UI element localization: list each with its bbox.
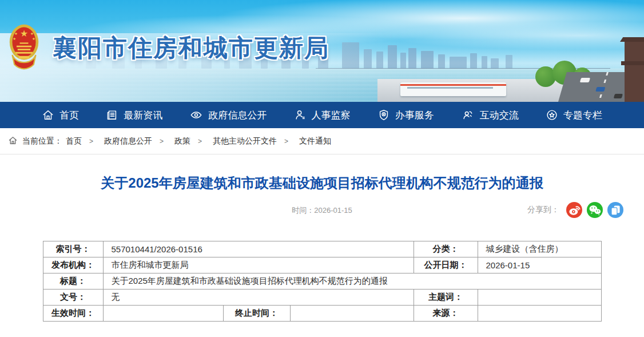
index-no-value: 557010441/2026-01516 bbox=[103, 241, 414, 257]
main-nav: 首页 最新资讯 政府信息公开 人事监察 办事服务 互动交流 专题专栏 bbox=[0, 102, 644, 128]
page-title: 关于2025年房屋建筑和市政基础设施项目招标代理机构不规范行为的通报 bbox=[34, 173, 610, 193]
svg-text:★: ★ bbox=[13, 37, 16, 41]
keywords-label: 主题词： bbox=[414, 290, 478, 306]
breadcrumb-prefix: 当前位置： bbox=[22, 136, 62, 146]
banner-building bbox=[438, 54, 445, 69]
article-meta-row: 时间：2026-01-15 分享到： bbox=[0, 202, 644, 219]
banner-building bbox=[450, 57, 467, 69]
effective-date-label: 生效时间： bbox=[43, 306, 103, 322]
source-label: 来源： bbox=[414, 306, 478, 322]
nav-item-interaction[interactable]: 互动交流 bbox=[461, 109, 519, 122]
table-row: 文号： 无 主题词： bbox=[43, 290, 601, 306]
keywords-value bbox=[478, 290, 601, 306]
banner-boat bbox=[400, 82, 506, 96]
publish-date-label: 公开日期： bbox=[414, 257, 478, 273]
breadcrumb: 当前位置： 首页 > 政府信息公开 > 政策 > 其他主动公开文件 > 文件通知 bbox=[0, 128, 644, 154]
breadcrumb-item-doc-notice[interactable]: 文件通知 bbox=[299, 136, 331, 146]
header-banner: ★ ★ ★ ★ ★ 襄阳市住房和城市更新局 bbox=[0, 0, 644, 102]
end-date-value bbox=[290, 306, 414, 322]
banner-building bbox=[400, 53, 406, 69]
banner-building bbox=[408, 48, 416, 69]
banner-building bbox=[506, 55, 512, 69]
nav-item-label: 最新资讯 bbox=[124, 109, 162, 122]
nav-item-label: 政府信息公开 bbox=[208, 109, 267, 122]
home-icon bbox=[8, 136, 18, 147]
table-row: 标题： 关于2025年房屋建筑和市政基础设施项目招标代理机构不规范行为的通报 bbox=[43, 273, 601, 290]
source-value bbox=[478, 306, 601, 322]
home-icon bbox=[42, 109, 54, 121]
nav-item-home[interactable]: 首页 bbox=[42, 109, 79, 122]
nav-item-label: 专题专栏 bbox=[563, 109, 602, 122]
chat-people-icon bbox=[461, 109, 475, 121]
china-national-emblem-icon: ★ ★ ★ ★ ★ bbox=[8, 23, 40, 71]
end-date-label: 终止时间： bbox=[223, 306, 290, 322]
svg-text:★: ★ bbox=[20, 29, 28, 38]
nav-item-label: 人事监察 bbox=[312, 109, 351, 122]
wechat-share-icon[interactable] bbox=[587, 202, 603, 218]
breadcrumb-item-policy[interactable]: 政策 bbox=[174, 136, 190, 146]
nav-item-label: 办事服务 bbox=[395, 109, 434, 122]
share-bar: 分享到： bbox=[527, 202, 623, 218]
publish-date-value: 2026-01-15 bbox=[478, 257, 601, 273]
breadcrumb-separator: > bbox=[284, 137, 288, 145]
breadcrumb-separator: > bbox=[160, 137, 164, 145]
doc-no-value: 无 bbox=[103, 290, 414, 306]
weibo-share-icon[interactable] bbox=[566, 202, 582, 218]
category-label: 分类： bbox=[414, 241, 478, 257]
banner-ancient-gate-tower bbox=[625, 42, 644, 102]
star-circle-icon bbox=[546, 109, 558, 121]
table-row: 发布机构： 市住房和城市更新局 公开日期： 2026-01-15 bbox=[43, 257, 601, 273]
index-no-label: 索引号： bbox=[43, 241, 103, 257]
banner-building bbox=[421, 51, 434, 69]
banner-building bbox=[470, 53, 477, 69]
nav-item-gov-info[interactable]: 政府信息公开 bbox=[189, 109, 267, 122]
banner-building bbox=[482, 56, 487, 69]
banner-car bbox=[595, 87, 605, 92]
publisher-label: 发布机构： bbox=[43, 257, 103, 273]
breadcrumb-separator: > bbox=[89, 137, 93, 145]
nav-item-news[interactable]: 最新资讯 bbox=[106, 109, 162, 122]
breadcrumb-item-gov-info[interactable]: 政府信息公开 bbox=[104, 136, 152, 146]
person-icon bbox=[294, 109, 307, 121]
nav-item-label: 互动交流 bbox=[480, 109, 519, 122]
copy-share-icon[interactable] bbox=[607, 202, 623, 218]
category-value: 城乡建设（含住房） bbox=[478, 241, 601, 257]
doc-no-label: 文号： bbox=[43, 290, 103, 306]
breadcrumb-item-other-open-docs[interactable]: 其他主动公开文件 bbox=[213, 136, 277, 146]
table-row: 生效时间： 终止时间： 来源： bbox=[43, 306, 601, 322]
banner-car bbox=[580, 78, 590, 82]
nav-item-label: 首页 bbox=[59, 109, 79, 122]
site-title: 襄阳市住房和城市更新局 bbox=[53, 32, 329, 64]
news-icon bbox=[106, 109, 118, 121]
publisher-value: 市住房和城市更新局 bbox=[103, 257, 414, 273]
share-label: 分享到： bbox=[527, 205, 559, 215]
doc-title-label: 标题： bbox=[43, 273, 103, 290]
eye-icon bbox=[189, 109, 203, 121]
document-meta-table: 索引号： 557010441/2026-01516 分类： 城乡建设（含住房） … bbox=[43, 241, 602, 322]
nav-item-topics[interactable]: 专题专栏 bbox=[546, 109, 602, 122]
effective-date-value bbox=[103, 306, 223, 322]
banner-car bbox=[614, 94, 623, 98]
article-area: 关于2025年房屋建筑和市政基础设施项目招标代理机构不规范行为的通报 时间：20… bbox=[0, 173, 644, 322]
table-row: 索引号： 557010441/2026-01516 分类： 城乡建设（含住房） bbox=[43, 241, 601, 257]
breadcrumb-separator: > bbox=[198, 137, 202, 145]
svg-text:★: ★ bbox=[30, 31, 34, 35]
shield-badge-icon bbox=[377, 109, 390, 121]
breadcrumb-item-home[interactable]: 首页 bbox=[66, 136, 82, 146]
banner-building bbox=[491, 58, 499, 69]
svg-text:★: ★ bbox=[32, 37, 35, 41]
nav-item-personnel[interactable]: 人事监察 bbox=[294, 109, 351, 122]
svg-text:★: ★ bbox=[14, 31, 18, 35]
doc-title-value: 关于2025年房屋建筑和市政基础设施项目招标代理机构不规范行为的通报 bbox=[103, 273, 601, 290]
nav-item-services[interactable]: 办事服务 bbox=[377, 109, 434, 122]
